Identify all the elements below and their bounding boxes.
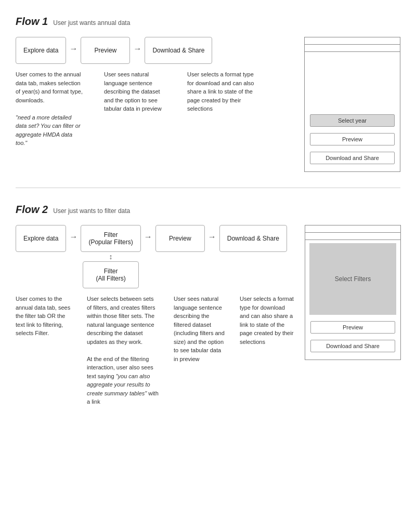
mockup2-download-button[interactable]: Download and Share <box>310 340 395 352</box>
mockup2-second-bar <box>305 233 400 240</box>
flow1-step-explore: Explore data <box>16 37 66 64</box>
flow2-box-explore: Explore data <box>16 225 66 252</box>
flow1-header: Flow 1 User just wants annual data <box>16 16 400 28</box>
mockup2-top-bar <box>305 225 400 233</box>
mockup2-filters-area: Select Filters <box>309 243 396 315</box>
flow1-subtitle: User just wants annual data <box>53 19 130 26</box>
flow2-desc-filter: User selects between sets of filters, an… <box>87 295 162 406</box>
flow2-mockup: Select Filters Preview Download and Shar… <box>305 225 401 360</box>
flow1-desc-download: User selects a format type for download … <box>187 70 255 148</box>
flow2-arrow-2: → <box>141 232 155 242</box>
flow1-section: Flow 1 User just wants annual data Explo… <box>16 16 400 172</box>
mockup1-select-year-button[interactable]: Select year <box>310 114 395 127</box>
flow2-box-filter-popular: Filter (Popular Filters) <box>81 225 140 252</box>
mockup1-preview-button[interactable]: Preview <box>310 133 395 145</box>
flow2-double-arrow: ↕ <box>109 253 113 260</box>
flow2-mockup-ui: Select Filters Preview Download and Shar… <box>305 225 401 360</box>
flow1-arrow-1: → <box>66 44 81 54</box>
flow2-box-preview: Preview <box>155 225 205 252</box>
flow2-subtitle: User just wants to filter data <box>53 207 130 215</box>
flow1-diagram: Explore data → Preview → <box>16 37 294 64</box>
flow2-desc-download: User selects a format type for download … <box>240 295 294 346</box>
flow1-step-download: Download & Share <box>145 37 212 64</box>
mockup1-second-bar <box>305 45 400 52</box>
flow2-filter-boxes: Filter (Popular Filters) ↕ Filter (All F… <box>81 225 140 288</box>
flow1-mockup: Select year Preview Download and Share <box>304 37 400 172</box>
flow-divider <box>16 188 400 188</box>
flow1-box-preview: Preview <box>81 37 130 64</box>
flow2-title: Flow 2 <box>16 204 48 216</box>
flow1-arrow-2: → <box>130 44 145 54</box>
flow2-step-preview: Preview <box>155 225 205 252</box>
flow2-header: Flow 2 User just wants to filter data <box>16 204 400 216</box>
flow1-mockup-ui: Select year Preview Download and Share <box>304 37 400 172</box>
mockup1-top-bar <box>305 37 400 45</box>
flow2-diagram: Explore data → Filter (Popular Filters) … <box>16 225 294 288</box>
flow2-desc-preview: User sees natural language sentence desc… <box>174 295 228 363</box>
flow1-box-download: Download & Share <box>145 37 212 64</box>
flow2-step-explore: Explore data <box>16 225 66 252</box>
mockup1-download-button[interactable]: Download and Share <box>310 152 395 164</box>
flow2-box-download: Download & Share <box>219 225 287 252</box>
flow1-step-preview: Preview <box>81 37 130 64</box>
flow1-desc-explore: User comes to the annual data tab, makes… <box>16 70 88 148</box>
page: Flow 1 User just wants annual data Explo… <box>0 0 416 422</box>
flow2-box-filter-all: Filter (All Filters) <box>83 261 139 288</box>
flow1-box-explore: Explore data <box>16 37 66 64</box>
flow2-arrow-3: → <box>205 232 219 242</box>
flow2-arrow-1: → <box>66 232 81 242</box>
flow1-title: Flow 1 <box>16 16 48 28</box>
flow1-desc-preview: User sees natural language sentence desc… <box>104 70 172 148</box>
mockup2-preview-button[interactable]: Preview <box>310 321 395 334</box>
flow2-section: Flow 2 User just wants to filter data Ex… <box>16 204 400 406</box>
flow2-desc-explore: User comes to the annual data tab, sees … <box>16 295 75 338</box>
flow2-step-download: Download & Share <box>219 225 287 252</box>
